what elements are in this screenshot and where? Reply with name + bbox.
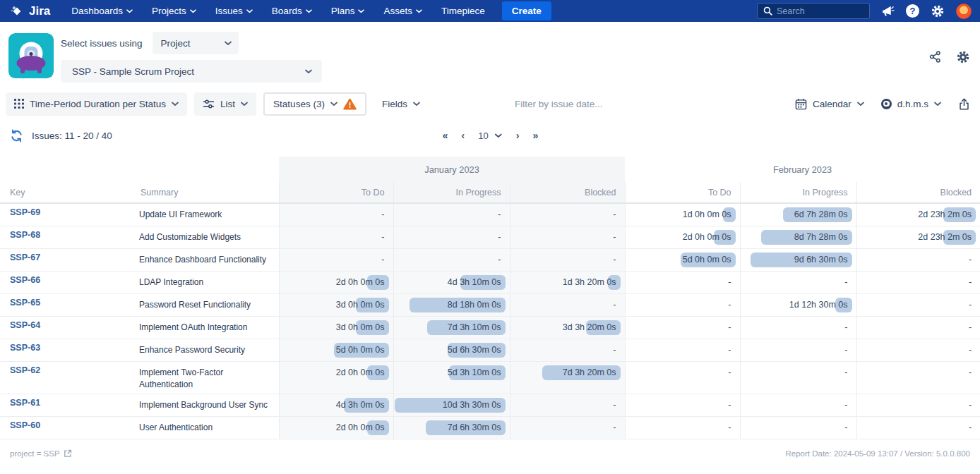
- duration-cell: -: [856, 339, 980, 362]
- table-corner: [0, 157, 279, 182]
- issue-key-link[interactable]: SSP-69: [10, 207, 40, 217]
- jql-filter-link[interactable]: project = SSP: [10, 449, 72, 458]
- global-search[interactable]: [757, 3, 870, 19]
- issue-source-select[interactable]: Project: [153, 32, 239, 54]
- announcements-icon[interactable]: [881, 5, 895, 17]
- report-footer: project = SSP Report Date: 2024-05-09 13…: [0, 439, 980, 474]
- search-input[interactable]: [777, 6, 864, 16]
- pager-controls: « ‹ 10 › »: [443, 130, 537, 141]
- next-page-button[interactable]: ›: [516, 130, 519, 141]
- calendar-icon: [795, 98, 807, 110]
- create-button[interactable]: Create: [502, 1, 551, 20]
- issue-key-link[interactable]: SSP-67: [10, 253, 40, 262]
- issue-key-link[interactable]: SSP-63: [10, 343, 40, 353]
- duration-cell: -: [856, 249, 980, 272]
- issue-row: SSP-64Implement OAuth Integration3d 0h 0…: [0, 317, 980, 339]
- duration-value: 1d 3h 20m 0s: [519, 275, 616, 290]
- first-page-button[interactable]: «: [443, 130, 448, 141]
- nav-item-assets[interactable]: Assets: [383, 6, 422, 16]
- duration-value: -: [634, 365, 731, 380]
- calendar-dropdown[interactable]: Calendar: [795, 98, 864, 110]
- duration-value: 8d 18h 0m 0s: [402, 298, 501, 312]
- duration-value: -: [634, 320, 731, 335]
- app-logo-icon: [8, 33, 54, 78]
- duration-cell: -: [740, 339, 856, 362]
- duration-cell: 7d 3h 10m 0s: [393, 317, 510, 339]
- nav-item-dashboards[interactable]: Dashboards: [71, 6, 133, 16]
- column-header-key: Key: [0, 182, 131, 203]
- report-toolbar: Time-Period Duration per Status List Sta…: [0, 89, 980, 119]
- duration-cell: -: [625, 294, 740, 317]
- summary-cell: Enhance Dashboard Functionality: [131, 249, 279, 272]
- duration-value: -: [288, 207, 385, 222]
- issue-date-filter[interactable]: Filter by issue date...: [515, 99, 603, 109]
- duration-cell: 5d 0h 0m 0s: [279, 339, 393, 362]
- external-link-icon: [64, 449, 72, 458]
- last-page-button[interactable]: »: [532, 130, 537, 141]
- fields-dropdown[interactable]: Fields: [374, 92, 429, 116]
- duration-value: 2d 23h 2m 0s: [866, 230, 972, 245]
- issue-key-link[interactable]: SSP-65: [10, 298, 40, 308]
- previous-page-button[interactable]: ‹: [462, 130, 465, 141]
- duration-cell: 2d 0h 0m 0s: [279, 417, 393, 439]
- issue-key-link[interactable]: SSP-62: [10, 365, 40, 375]
- issue-key-link[interactable]: SSP-64: [10, 320, 40, 330]
- issue-source-value: Project: [161, 38, 191, 49]
- help-icon[interactable]: ?: [906, 4, 919, 18]
- duration-value: -: [749, 365, 848, 380]
- search-icon: [763, 6, 772, 16]
- report-settings-gear-icon[interactable]: [956, 50, 970, 64]
- jira-brand[interactable]: Jira: [10, 4, 50, 18]
- duration-cell: -: [856, 272, 980, 294]
- duration-cell: -: [740, 417, 856, 439]
- duration-cell: -: [625, 339, 740, 362]
- duration-cell: 3d 0h 0m 0s: [279, 317, 393, 339]
- issue-key-link[interactable]: SSP-66: [10, 275, 40, 285]
- nav-item-projects[interactable]: Projects: [152, 6, 196, 16]
- duration-cell: -: [510, 394, 625, 417]
- duration-cell: -: [740, 394, 856, 417]
- duration-cell: 2d 0h 0m 0s: [279, 272, 393, 294]
- key-cell: SSP-69: [0, 203, 131, 226]
- jira-logo-icon: [10, 4, 24, 18]
- duration-value: 7d 6h 30m 0s: [402, 420, 501, 435]
- issue-row: SSP-68Add Customizable Widgets---2d 0h 0…: [0, 226, 980, 249]
- duration-cell: 1d 12h 30m 0s: [740, 294, 856, 317]
- nav-item-boards[interactable]: Boards: [272, 6, 312, 16]
- project-select[interactable]: SSP - Sample Scrum Project: [61, 60, 322, 83]
- key-cell: SSP-67: [0, 249, 131, 272]
- duration-cell: -: [510, 226, 625, 249]
- duration-value: -: [866, 275, 972, 290]
- duration-value: -: [634, 398, 731, 413]
- nav-item-timepiece[interactable]: Timepiece: [441, 6, 485, 16]
- refresh-icon[interactable]: [10, 129, 23, 142]
- duration-cell: -: [740, 272, 856, 294]
- duration-value: 6d 7h 28m 0s: [749, 207, 848, 222]
- export-icon[interactable]: [958, 97, 970, 111]
- duration-cell: 2d 23h 2m 0s: [856, 226, 980, 249]
- duration-format-dropdown[interactable]: d.h.m.s: [881, 99, 941, 109]
- issue-key-link[interactable]: SSP-61: [10, 398, 40, 408]
- duration-value: 5d 6h 30m 0s: [402, 343, 501, 358]
- duration-cell: 10d 3h 30m 0s: [393, 394, 510, 417]
- user-avatar[interactable]: [956, 4, 972, 19]
- select-issues-label: Select issues using: [61, 38, 143, 49]
- duration-cell: -: [740, 362, 856, 394]
- report-info: Report Date: 2024-05-09 13:07 / Version:…: [786, 449, 971, 458]
- nav-item-plans[interactable]: Plans: [331, 6, 365, 16]
- settings-gear-icon[interactable]: [931, 4, 945, 18]
- report-type-dropdown[interactable]: Time-Period Duration per Status: [6, 92, 187, 116]
- duration-cell: -: [856, 294, 980, 317]
- page-size-select[interactable]: 10: [478, 130, 501, 141]
- duration-value: -: [402, 207, 501, 222]
- duration-cell: -: [510, 249, 625, 272]
- view-mode-dropdown[interactable]: List: [194, 92, 256, 116]
- key-cell: SSP-60: [0, 417, 131, 439]
- duration-cell: 3d 0h 0m 0s: [279, 294, 393, 317]
- issue-key-link[interactable]: SSP-60: [10, 420, 40, 430]
- nav-item-issues[interactable]: Issues: [215, 6, 253, 16]
- issue-key-link[interactable]: SSP-68: [10, 230, 40, 240]
- report-table: January 2023February 2023KeySummaryTo Do…: [0, 157, 980, 439]
- share-icon[interactable]: [928, 50, 942, 63]
- statuses-dropdown[interactable]: Statuses (3): [263, 92, 366, 116]
